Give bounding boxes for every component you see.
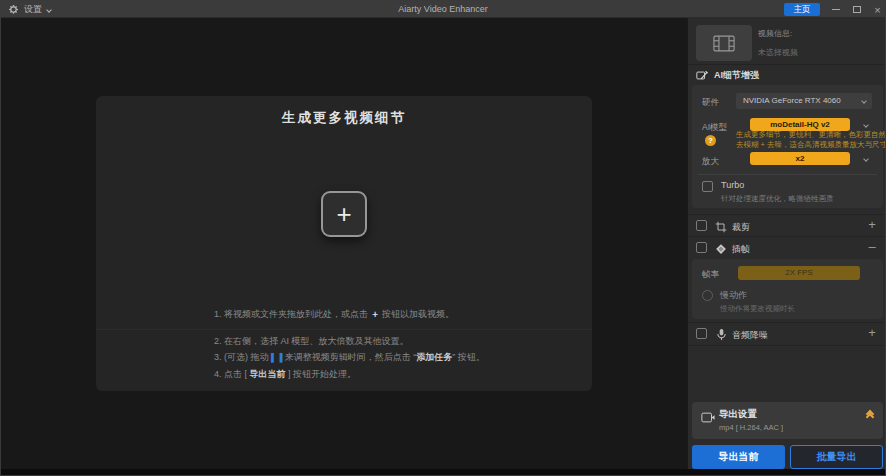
instruction-line: 2. 在右侧，选择 AI 模型、放大倍数及其他设置。 <box>214 335 485 347</box>
export-settings-icon <box>701 411 715 424</box>
dropzone-title: 生成更多视频细节 <box>96 109 592 127</box>
slowmo-checkbox[interactable] <box>702 290 713 301</box>
turbo-description: 针对处理速度优化，略微牺牲画质 <box>721 194 834 204</box>
export-settings-panel[interactable]: 导出设置 mp4 [ H.264, AAC ] <box>692 402 883 439</box>
hardware-select[interactable]: NVIDIA GeForce RTX 4060 <box>736 93 872 109</box>
ai-enhance-panel: 硬件 NVIDIA GeForce RTX 4060 AI模型 moDetail… <box>692 85 883 208</box>
expand-button[interactable]: + <box>865 326 879 340</box>
instruction-line: 4. 点击 [ 导出当前 ] 按钮开始处理。 <box>214 368 485 380</box>
batch-export-button[interactable]: 批量导出 <box>790 445 883 469</box>
turbo-checkbox[interactable] <box>702 181 713 192</box>
video-info-empty: 未选择视频 <box>758 47 798 58</box>
minimize-icon <box>832 9 840 10</box>
divider <box>688 236 886 237</box>
scale-label: 放大 <box>702 156 719 168</box>
chevron-up-double-icon[interactable] <box>867 411 873 417</box>
divider <box>688 214 886 215</box>
audio-section-row: 音频降噪 + <box>688 324 886 344</box>
ai-model-label: AI模型 <box>702 122 727 134</box>
audio-denoise-label: 音频降噪 <box>732 329 768 342</box>
slowmo-description: 慢动作将更改视频时长 <box>720 304 795 314</box>
main-area: 生成更多视频细节 + 1. 将视频或文件夹拖放到此处，或点击 ＋ 按钮以加载视频… <box>1 18 687 476</box>
home-button[interactable]: 主页 <box>784 3 820 16</box>
crop-checkbox[interactable] <box>696 220 707 231</box>
export-format: mp4 [ H.264, AAC ] <box>719 423 783 432</box>
minimize-button[interactable] <box>827 1 844 18</box>
audio-denoise-checkbox[interactable] <box>696 328 707 339</box>
instruction-list: 1. 将视频或文件夹拖放到此处，或点击 ＋ 按钮以加载视频。2. 在右侧，选择 … <box>214 308 485 384</box>
fps-select[interactable]: 2X FPS <box>738 266 860 280</box>
divider <box>688 345 886 346</box>
expand-button[interactable]: + <box>865 218 879 232</box>
ai-enhance-title: AI细节增强 <box>714 69 759 82</box>
instruction-line: 3. (可选) 拖动 ▌▐ 来调整视频剪辑时间，然后点击 “添加任务” 按钮。 <box>214 351 485 364</box>
video-info-label: 视频信息: <box>758 28 792 39</box>
crop-label: 裁剪 <box>732 221 750 234</box>
plus-icon: + <box>336 201 351 227</box>
settings-sidebar: 视频信息: 未选择视频 AI细节增强 硬件 NVIDIA GeForce RTX… <box>687 18 886 476</box>
interpolation-checkbox[interactable] <box>696 242 707 253</box>
divider <box>688 322 886 323</box>
model-description-line2: 去模糊 + 去噪，适合高清视频质量放大与尺寸增强。 <box>736 140 886 150</box>
export-settings-title: 导出设置 <box>719 408 757 421</box>
add-video-button[interactable]: + <box>321 191 367 237</box>
fps-label: 帧率 <box>702 269 719 281</box>
window-title: Aiarty Video Enhancer <box>1 1 885 18</box>
close-button[interactable]: × <box>869 1 886 18</box>
interpolation-label: 插帧 <box>732 243 750 256</box>
hardware-value: NVIDIA GeForce RTX 4060 <box>743 96 841 105</box>
film-icon <box>713 35 735 52</box>
crop-section-row: 裁剪 + <box>688 216 886 236</box>
collapse-button[interactable]: – <box>865 240 879 254</box>
turbo-label: Turbo <box>721 180 744 190</box>
window-bottom-edge <box>1 469 885 475</box>
ai-enhance-icon <box>696 70 708 81</box>
chevron-down-icon <box>863 156 869 162</box>
video-dropzone[interactable]: 生成更多视频细节 + 1. 将视频或文件夹拖放到此处，或点击 ＋ 按钮以加载视频… <box>96 96 592 391</box>
chevron-down-icon <box>863 122 869 128</box>
titlebar: 设置 Aiarty Video Enhancer 主页 × <box>1 1 885 18</box>
microphone-icon <box>716 327 727 345</box>
maximize-button[interactable] <box>848 1 865 18</box>
divider <box>698 174 877 175</box>
ai-enhance-header: AI细节增强 <box>696 69 759 82</box>
app-window: 设置 Aiarty Video Enhancer 主页 × 生成更多视频细节 +… <box>0 0 886 476</box>
instruction-line: 1. 将视频或文件夹拖放到此处，或点击 ＋ 按钮以加载视频。 <box>214 308 485 320</box>
help-icon[interactable]: ? <box>705 135 716 146</box>
chevron-down-icon <box>861 98 867 104</box>
hardware-label: 硬件 <box>702 97 719 109</box>
close-icon: × <box>874 4 880 16</box>
interpolation-panel: 帧率 2X FPS 慢动作 慢动作将更改视频时长 <box>692 259 883 319</box>
crop-icon <box>715 219 727 237</box>
video-thumbnail-placeholder <box>696 25 752 61</box>
diamond-icon <box>715 241 727 259</box>
divider <box>688 64 886 65</box>
scale-select[interactable]: x2 <box>750 152 850 165</box>
slowmo-label: 慢动作 <box>720 289 747 302</box>
interpolation-section-row: 插帧 – <box>688 238 886 258</box>
export-current-button[interactable]: 导出当前 <box>692 445 785 469</box>
maximize-icon <box>853 6 861 13</box>
model-description-line1: 生成更多细节，更锐利、更清晰，色彩更自然均衡， <box>736 130 886 140</box>
